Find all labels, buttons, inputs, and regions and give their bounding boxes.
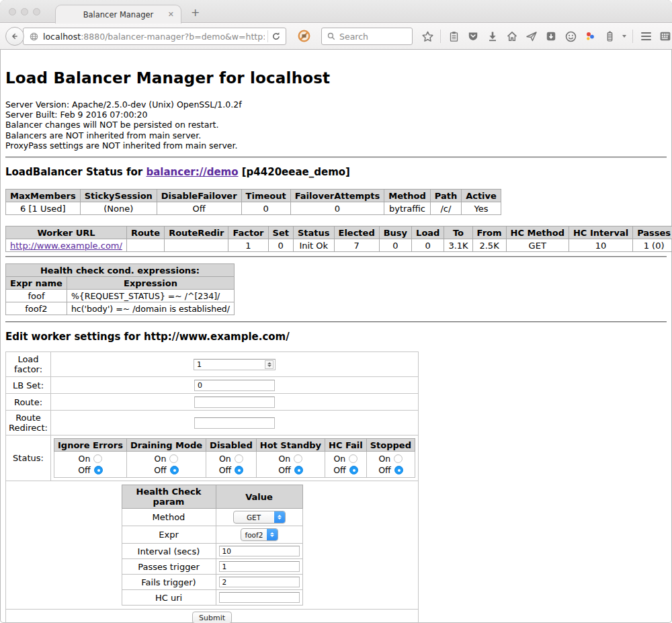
reading-list-icon[interactable] [447,30,460,43]
draining-mode-off-radio[interactable] [170,466,179,474]
expr-name-cell: foof2 [6,302,67,315]
data-cell: (None) [80,202,157,215]
draining-mode-radios: On Off [126,452,206,478]
hamburger-menu-icon[interactable] [639,30,653,43]
hc-fail-on-radio[interactable] [349,454,358,463]
data-cell: 6 [1 Used] [6,202,81,215]
inherit-note-line: Balancers are NOT inherited from main se… [5,130,667,140]
minimize-window-button[interactable] [21,8,28,15]
hot-standby-on-radio[interactable] [294,454,302,463]
status-cell: Ignore Errors Draining Mode Disabled Hot… [51,435,419,481]
header-cell: Load [412,226,444,239]
worker-url-link[interactable]: http://www.example.com/ [10,241,122,251]
colored-dots-icon[interactable] [583,30,597,43]
method-select[interactable]: GET [233,511,286,524]
close-window-button[interactable] [9,8,16,15]
url-bar[interactable]: localhost:8880/balancer-manager?b=demo&w… [23,28,286,45]
hot-standby-off-radio[interactable] [294,466,303,474]
browser-window: Balancer Manager ✕ + localhost:8880/bala… [0,0,672,623]
save-page-icon[interactable] [544,30,558,43]
search-input[interactable] [339,32,403,42]
expr-row: foof2 hc('body') =~ /domain is establish… [6,302,235,315]
route-row: Route: [6,394,419,411]
content-blocker-icon[interactable] [297,29,311,43]
expr-label: Expr [122,526,216,544]
stopped-on-radio[interactable] [394,454,403,463]
server-built-line: Server Built: Feb 9 2016 07:00:20 [5,110,667,120]
home-icon[interactable] [505,30,519,43]
url-divider [267,30,268,42]
new-tab-button[interactable]: + [191,6,200,19]
submit-cell: Submit [6,610,419,623]
expression-cell: hc('body') =~ /domain is established/ [67,302,234,315]
balancer-link[interactable]: balancer://demo [146,166,238,178]
lb-set-input[interactable] [194,380,275,391]
data-cell: Yes [462,202,501,215]
bookmark-star-icon[interactable] [421,30,434,43]
submit-button[interactable]: Submit [192,612,232,623]
submit-row: Submit [6,610,419,623]
disabled-off-radio[interactable] [235,466,243,474]
load-factor-input[interactable] [194,359,276,370]
hc-fail-off-radio[interactable] [349,466,358,474]
data-cell: 0 [241,202,290,215]
pocket-icon[interactable] [466,30,480,43]
overflow-caret-icon[interactable] [622,35,626,38]
route-input[interactable] [194,397,275,408]
route-redirect-label: Route Redirect: [6,411,51,435]
heading-suffix: [p4420eeae_demo] [239,166,350,178]
data-cell: bytraffic [384,202,430,215]
header-cell: FailoverAttempts [290,190,384,202]
divider [5,321,667,323]
status-header-row: Ignore Errors Draining Mode Disabled Hot… [54,439,415,452]
on-label: On [155,454,167,464]
header-cell: Set [268,226,293,239]
hello-smiley-icon[interactable] [564,30,577,43]
data-cell [165,239,228,252]
expr-select[interactable]: foof2 [241,528,278,541]
hc-header-row: Health Check param Value [122,485,302,509]
expr-name-cell: foof [6,290,67,302]
hc-uri-cell [216,590,302,606]
edit-worker-form: Load factor: LB Set: Route: Route Redire… [5,351,419,623]
header-cell: Status [293,226,334,239]
hc-interval-row: Interval (secs) [122,544,302,559]
tab-balancer-manager[interactable]: Balancer Manager ✕ [55,5,181,24]
ignore-errors-off-radio[interactable] [94,466,103,474]
zoom-window-button[interactable] [33,8,40,15]
header-cell: RouteRedir [165,226,228,239]
url-text: localhost:8880/balancer-manager?b=demo&w… [43,32,265,42]
interval-input[interactable] [219,546,300,556]
hc-uri-input[interactable] [219,592,300,603]
fails-input[interactable] [219,577,300,587]
stopped-off-radio[interactable] [394,466,403,474]
data-cell: 1 [228,239,268,252]
table-row: 6 [1 Used] (None) Off 0 0 bytraffic /c/ … [6,202,501,215]
disabled-on-radio[interactable] [235,454,243,463]
header-cell: HC Method [506,226,569,239]
tab-close-icon[interactable]: ✕ [168,10,174,19]
draining-mode-on-radio[interactable] [169,454,178,463]
header-cell: From [472,226,506,239]
passes-input[interactable] [219,561,300,572]
header-cell: Path [430,190,461,202]
header-cell: Expr name [6,277,67,290]
server-version-line: Server Version: Apache/2.5.0-dev (Unix) … [5,99,667,110]
reload-icon[interactable] [271,31,282,42]
downloads-icon[interactable] [486,30,499,43]
worker-status-table: Worker URL Route RouteRedir Factor Set S… [5,226,672,252]
ignore-errors-on-radio[interactable] [93,454,102,463]
expr-row: foof %{REQUEST_STATUS} =~ /^[234]/ [6,290,235,302]
send-tab-icon[interactable] [525,30,538,43]
battery-icon[interactable] [603,30,616,43]
grid-icon[interactable] [659,30,672,43]
number-spinner[interactable] [265,360,274,369]
search-bar[interactable] [321,28,413,45]
route-redirect-input[interactable] [194,417,275,429]
health-check-row: Health Check param Value Method GET Expr [6,481,419,610]
lb-set-label: LB Set: [6,377,51,394]
back-button[interactable] [5,27,24,46]
data-cell: 0 [290,202,384,215]
header-cell: MaxMembers [6,190,81,202]
divider [5,256,667,257]
